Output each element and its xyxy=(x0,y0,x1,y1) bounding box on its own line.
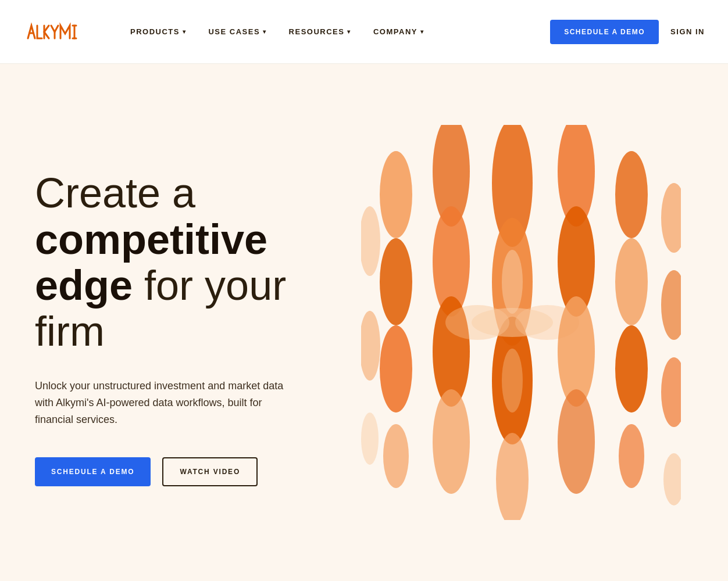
svg-point-23 xyxy=(661,183,681,253)
nav-links: PRODUCTS ▾ USE CASES ▾ RESOURCES ▾ COMPA… xyxy=(122,23,550,41)
svg-point-0 xyxy=(380,151,412,238)
schedule-demo-hero-button[interactable]: SCHEDULE A DEMO xyxy=(35,457,151,486)
svg-point-24 xyxy=(661,270,681,340)
svg-point-1 xyxy=(380,238,412,325)
chevron-down-icon: ▾ xyxy=(420,28,424,35)
svg-point-2 xyxy=(380,325,412,413)
nav-item-use-cases[interactable]: USE CASES ▾ xyxy=(200,23,274,41)
logo-svg xyxy=(23,20,87,44)
navbar: PRODUCTS ▾ USE CASES ▾ RESOURCES ▾ COMPA… xyxy=(0,0,728,64)
nav-actions: SCHEDULE A DEMO SIGN IN xyxy=(550,20,705,44)
svg-point-30 xyxy=(361,311,380,381)
hero-graphic xyxy=(361,125,681,520)
svg-point-18 xyxy=(558,389,595,494)
schedule-demo-nav-button[interactable]: SCHEDULE A DEMO xyxy=(550,20,659,44)
svg-point-7 xyxy=(433,389,470,494)
svg-point-19 xyxy=(615,151,648,238)
chevron-down-icon: ▾ xyxy=(347,28,351,35)
svg-point-29 xyxy=(361,206,380,276)
svg-point-21 xyxy=(615,325,648,413)
svg-point-27 xyxy=(502,250,523,314)
svg-point-26 xyxy=(663,453,681,505)
svg-point-25 xyxy=(661,357,681,427)
chevron-down-icon: ▾ xyxy=(183,28,187,35)
hero-headline: Create a competitive edge for your firm xyxy=(35,170,349,354)
chevron-down-icon: ▾ xyxy=(263,28,267,35)
svg-point-31 xyxy=(361,413,379,465)
nav-item-company[interactable]: COMPANY ▾ xyxy=(365,23,432,41)
svg-point-20 xyxy=(615,238,648,325)
sign-in-button[interactable]: SIGN IN xyxy=(670,27,705,36)
hero-content: Create a competitive edge for your firm … xyxy=(35,159,349,486)
nav-item-products[interactable]: PRODUCTS ▾ xyxy=(122,23,194,41)
svg-point-28 xyxy=(502,349,523,413)
hero-illustration xyxy=(349,119,693,526)
hero-buttons: SCHEDULE A DEMO WATCH VIDEO xyxy=(35,457,349,486)
hero-section: Create a competitive edge for your firm … xyxy=(0,64,728,581)
watch-video-button[interactable]: WATCH VIDEO xyxy=(162,457,258,486)
nav-item-resources[interactable]: RESOURCES ▾ xyxy=(281,23,359,41)
logo[interactable] xyxy=(23,20,87,44)
svg-point-11 xyxy=(496,433,529,520)
svg-point-3 xyxy=(383,424,409,488)
svg-point-22 xyxy=(619,424,644,488)
hero-subtext: Unlock your unstructured investment and … xyxy=(35,378,297,428)
